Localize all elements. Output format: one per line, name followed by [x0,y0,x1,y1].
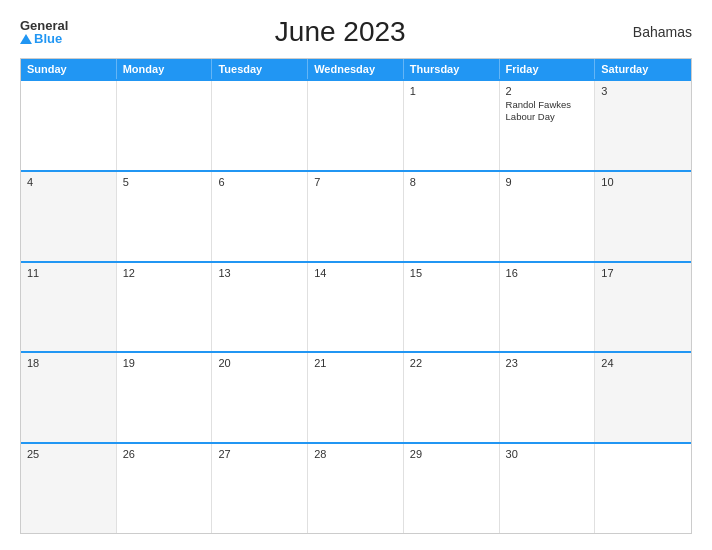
cal-cell-w1-d3 [212,81,308,170]
day-number: 4 [27,176,110,188]
day-number: 9 [506,176,589,188]
day-number: 16 [506,267,589,279]
event-label: Randol Fawkes Labour Day [506,99,589,124]
week-row-4: 18192021222324 [21,351,691,442]
cal-cell-w4-d1: 18 [21,353,117,442]
calendar: Sunday Monday Tuesday Wednesday Thursday… [20,58,692,534]
day-number: 5 [123,176,206,188]
cal-cell-w3-d7: 17 [595,263,691,352]
calendar-header: Sunday Monday Tuesday Wednesday Thursday… [21,59,691,79]
country-label: Bahamas [612,24,692,40]
day-number: 19 [123,357,206,369]
day-number: 23 [506,357,589,369]
col-thursday: Thursday [404,59,500,79]
col-tuesday: Tuesday [212,59,308,79]
cal-cell-w1-d7: 3 [595,81,691,170]
cal-cell-w3-d6: 16 [500,263,596,352]
day-number: 8 [410,176,493,188]
calendar-body: 12Randol Fawkes Labour Day34567891011121… [21,79,691,533]
day-number: 13 [218,267,301,279]
cal-cell-w4-d6: 23 [500,353,596,442]
calendar-title: June 2023 [68,16,612,48]
day-number: 10 [601,176,685,188]
day-number: 15 [410,267,493,279]
col-friday: Friday [500,59,596,79]
cal-cell-w1-d6: 2Randol Fawkes Labour Day [500,81,596,170]
day-number: 11 [27,267,110,279]
cal-cell-w4-d5: 22 [404,353,500,442]
col-wednesday: Wednesday [308,59,404,79]
cal-cell-w2-d3: 6 [212,172,308,261]
day-number: 18 [27,357,110,369]
day-number: 12 [123,267,206,279]
week-row-5: 252627282930 [21,442,691,533]
day-number: 26 [123,448,206,460]
week-row-1: 12Randol Fawkes Labour Day3 [21,79,691,170]
col-monday: Monday [117,59,213,79]
cal-cell-w4-d7: 24 [595,353,691,442]
day-number: 21 [314,357,397,369]
day-number: 1 [410,85,493,97]
cal-cell-w4-d4: 21 [308,353,404,442]
day-number: 27 [218,448,301,460]
day-number: 3 [601,85,685,97]
cal-cell-w1-d1 [21,81,117,170]
cal-cell-w4-d2: 19 [117,353,213,442]
cal-cell-w5-d2: 26 [117,444,213,533]
cal-cell-w3-d3: 13 [212,263,308,352]
cal-cell-w4-d3: 20 [212,353,308,442]
day-number: 29 [410,448,493,460]
week-row-3: 11121314151617 [21,261,691,352]
day-number: 25 [27,448,110,460]
cal-cell-w1-d5: 1 [404,81,500,170]
cal-cell-w5-d7 [595,444,691,533]
cal-cell-w2-d5: 8 [404,172,500,261]
cal-cell-w2-d6: 9 [500,172,596,261]
cal-cell-w3-d4: 14 [308,263,404,352]
logo-blue-text: Blue [20,32,62,45]
cal-cell-w1-d4 [308,81,404,170]
header: General Blue June 2023 Bahamas [20,16,692,48]
day-number: 7 [314,176,397,188]
cal-cell-w5-d5: 29 [404,444,500,533]
day-number: 17 [601,267,685,279]
cal-cell-w3-d1: 11 [21,263,117,352]
cal-cell-w1-d2 [117,81,213,170]
cal-cell-w2-d4: 7 [308,172,404,261]
logo-blue-label: Blue [34,32,62,45]
cal-cell-w3-d2: 12 [117,263,213,352]
cal-cell-w3-d5: 15 [404,263,500,352]
cal-cell-w5-d1: 25 [21,444,117,533]
day-number: 28 [314,448,397,460]
cal-cell-w5-d6: 30 [500,444,596,533]
cal-cell-w2-d2: 5 [117,172,213,261]
day-number: 6 [218,176,301,188]
page: General Blue June 2023 Bahamas Sunday Mo… [0,0,712,550]
col-saturday: Saturday [595,59,691,79]
cal-cell-w5-d4: 28 [308,444,404,533]
logo-triangle-icon [20,34,32,44]
day-number: 22 [410,357,493,369]
day-number: 2 [506,85,589,97]
day-number: 20 [218,357,301,369]
week-row-2: 45678910 [21,170,691,261]
day-number: 30 [506,448,589,460]
col-sunday: Sunday [21,59,117,79]
cal-cell-w2-d7: 10 [595,172,691,261]
cal-cell-w2-d1: 4 [21,172,117,261]
day-number: 14 [314,267,397,279]
cal-cell-w5-d3: 27 [212,444,308,533]
day-number: 24 [601,357,685,369]
logo: General Blue [20,19,68,45]
